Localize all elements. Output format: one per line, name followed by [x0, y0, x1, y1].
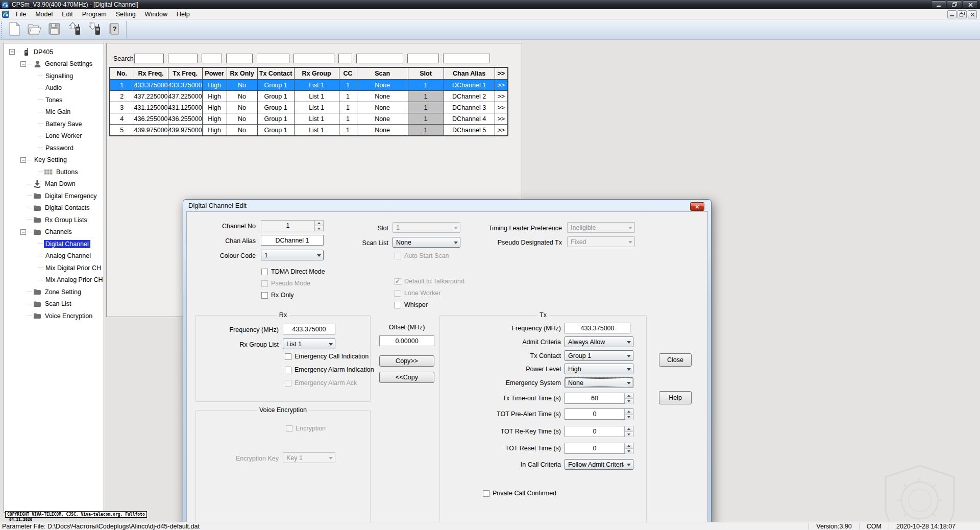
in-call-criteria-select[interactable]: Follow Admit Criteria	[565, 459, 633, 470]
sidebar-item-password[interactable]: Password	[4, 142, 104, 154]
table-cell[interactable]: Group 1	[257, 125, 294, 136]
sidebar-item-channels[interactable]: −Channels	[4, 226, 104, 238]
admit-criteria-select[interactable]: Always Allow	[565, 336, 633, 347]
close-button[interactable]	[963, 1, 978, 9]
column-header-rx-only[interactable]: Rx Only	[227, 67, 257, 80]
mdi-restore-button[interactable]	[958, 10, 967, 18]
column-header-[interactable]: >>	[495, 67, 508, 80]
spin-down-icon[interactable]	[625, 449, 633, 454]
table-cell[interactable]: 436.255000	[134, 113, 168, 125]
spin-down-icon[interactable]	[625, 432, 633, 437]
table-cell[interactable]: No	[227, 125, 257, 136]
table-cell[interactable]: 3	[110, 102, 134, 113]
table-row[interactable]: 4436.255000436.255000HighNoGroup 1List 1…	[110, 113, 508, 125]
mdi-close-button[interactable]	[968, 10, 977, 18]
tree-expander-icon[interactable]: −	[20, 157, 26, 163]
emergency-call-indication-checkbox[interactable]	[285, 353, 291, 360]
search-input-cc[interactable]	[338, 54, 352, 63]
spin-up-icon[interactable]	[625, 443, 633, 449]
table-cell[interactable]: No	[227, 80, 257, 91]
colour-code-select[interactable]: 1	[261, 250, 324, 260]
table-cell[interactable]: Group 1	[257, 113, 294, 125]
table-cell[interactable]: >>	[495, 80, 508, 91]
tree-expander-icon[interactable]: −	[9, 49, 15, 55]
table-cell[interactable]: List 1	[294, 113, 339, 125]
offset-field[interactable]: 0.00000	[379, 335, 434, 346]
spin-up-icon[interactable]	[625, 393, 633, 399]
table-cell[interactable]: DChannel 3	[444, 102, 495, 113]
table-row[interactable]: 3431.125000431.125000HighNoGroup 1List 1…	[110, 102, 508, 113]
column-header-cc[interactable]: CC	[339, 67, 357, 80]
tree-expander-icon[interactable]: −	[20, 229, 26, 235]
column-header-rx-group[interactable]: Rx Group	[294, 67, 339, 80]
table-cell[interactable]: 433.375000	[134, 80, 168, 91]
table-cell[interactable]: 1	[408, 80, 444, 91]
search-input-rx-only[interactable]	[226, 54, 253, 63]
table-cell[interactable]: 1	[339, 102, 357, 113]
table-cell[interactable]: DChannel 5	[444, 125, 495, 136]
table-cell[interactable]: 1	[408, 125, 444, 136]
table-cell[interactable]: 1	[339, 80, 357, 91]
sidebar-item-mic-gain[interactable]: Mic Gain	[4, 106, 104, 118]
copy-forward-button[interactable]: Copy>>	[379, 355, 434, 367]
menu-item-setting[interactable]: Setting	[111, 9, 140, 19]
menu-item-file[interactable]: File	[11, 9, 31, 19]
help-button[interactable]: Help	[659, 391, 692, 404]
sidebar-item-dp405[interactable]: −DP405	[4, 46, 104, 58]
table-cell[interactable]: Group 1	[257, 102, 294, 113]
table-cell[interactable]: 1	[408, 113, 444, 125]
table-cell[interactable]: List 1	[294, 125, 339, 136]
sidebar-item-buttons[interactable]: Buttons	[4, 166, 104, 178]
search-input-chan-alias[interactable]	[443, 54, 490, 63]
search-input-scan[interactable]	[356, 54, 403, 63]
table-cell[interactable]: List 1	[294, 102, 339, 113]
menu-item-window[interactable]: Window	[140, 9, 172, 19]
sidebar-item-audio[interactable]: Audio	[4, 82, 104, 94]
table-cell[interactable]: DChannel 4	[444, 113, 495, 125]
copy-back-button[interactable]: <<Copy	[379, 372, 434, 383]
search-input-rx-freq[interactable]	[134, 54, 164, 63]
table-cell[interactable]: 1	[339, 91, 357, 102]
sidebar-item-zone-setting[interactable]: Zone Setting	[4, 286, 104, 298]
emergency-system-select[interactable]: None	[565, 377, 633, 388]
tx-contact-select[interactable]: Group 1	[565, 350, 633, 361]
tree-expander-icon[interactable]: −	[20, 61, 26, 67]
sidebar-item-tones[interactable]: Tones	[4, 94, 104, 106]
table-cell[interactable]: >>	[495, 91, 508, 102]
table-cell[interactable]: None	[357, 113, 408, 125]
emergency-alarm-indication-checkbox[interactable]	[285, 367, 291, 373]
table-cell[interactable]: >>	[495, 102, 508, 113]
minimize-button[interactable]	[931, 1, 946, 9]
write-to-radio-button[interactable]	[85, 21, 103, 38]
channel-no-stepper[interactable]: 1	[261, 220, 324, 231]
table-cell[interactable]: High	[202, 125, 227, 136]
spin-up-icon[interactable]	[625, 426, 633, 432]
sidebar-item-lone-worker[interactable]: Lone Worker	[4, 130, 104, 142]
column-header-tx-freq[interactable]: Tx Freq.	[168, 67, 202, 80]
column-header-tx-contact[interactable]: Tx Contact	[257, 67, 294, 80]
sidebar-item-general-settings[interactable]: −General Settings	[4, 58, 104, 70]
table-cell[interactable]: 1	[339, 113, 357, 125]
table-cell[interactable]: No	[227, 102, 257, 113]
table-cell[interactable]: None	[357, 91, 408, 102]
table-cell[interactable]: 1	[408, 102, 444, 113]
rx-only-checkbox[interactable]	[261, 292, 268, 299]
search-input-tx-contact[interactable]	[257, 54, 289, 63]
table-cell[interactable]: None	[357, 102, 408, 113]
table-cell[interactable]: 436.255000	[168, 113, 202, 125]
table-cell[interactable]: 1	[339, 125, 357, 136]
save-file-button[interactable]	[45, 21, 63, 38]
table-cell[interactable]: DChannel 2	[444, 91, 495, 102]
table-cell[interactable]: 1	[110, 80, 134, 91]
search-input-slot[interactable]	[407, 54, 439, 63]
menu-item-edit[interactable]: Edit	[57, 9, 78, 19]
search-input-tx-freq[interactable]	[168, 54, 198, 63]
column-header-power[interactable]: Power	[202, 67, 227, 80]
sidebar-item-voice-encryption[interactable]: Voice Encryption	[4, 310, 104, 322]
sidebar-item-battery-save[interactable]: Battery Save	[4, 118, 104, 130]
spin-up-icon[interactable]	[625, 409, 633, 415]
table-cell[interactable]: Group 1	[257, 80, 294, 91]
menu-item-help[interactable]: Help	[172, 9, 194, 19]
search-input-rx-group[interactable]	[293, 54, 334, 63]
sidebar-item-mix-analog-prior-ch[interactable]: Mix Analog Prior CH	[4, 274, 104, 286]
